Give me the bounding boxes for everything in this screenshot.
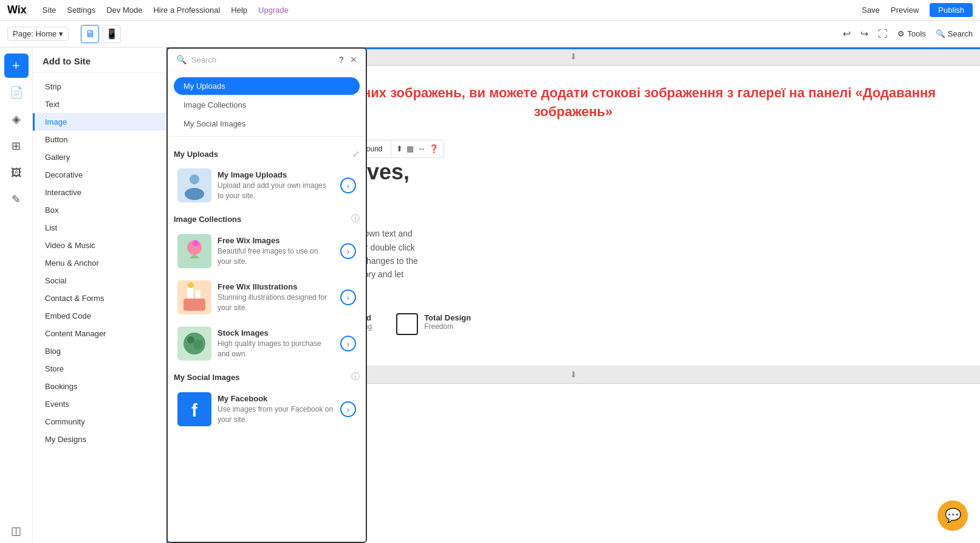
- svg-point-14: [193, 340, 203, 350]
- free-wix-illustrations-name: Free Wix Illustrations: [218, 282, 334, 291]
- add-item-bookings[interactable]: Bookings: [33, 378, 166, 395]
- stock-images-row[interactable]: Stock Images High quality images to purc…: [174, 322, 360, 365]
- tools-button[interactable]: ⚙ Tools: [897, 29, 925, 38]
- add-item-community[interactable]: Community: [33, 413, 166, 431]
- resize-icon[interactable]: ↔: [417, 144, 425, 153]
- free-wix-illustrations-desc: Stunning illustrations designed for your…: [218, 292, 334, 313]
- add-item-events[interactable]: Events: [33, 395, 166, 413]
- tab-my-uploads[interactable]: My Uploads: [174, 77, 360, 95]
- my-social-info-icon[interactable]: ⓘ: [351, 372, 360, 382]
- add-item-contact-forms[interactable]: Contact & Forms: [33, 289, 166, 307]
- add-item-video-music[interactable]: Video & Music: [33, 237, 166, 254]
- view-toggle: 🖥 📱: [81, 25, 121, 43]
- fullscreen-icon[interactable]: ⛶: [878, 29, 888, 40]
- add-item-image[interactable]: Image: [33, 113, 166, 131]
- svg-point-13: [187, 336, 194, 344]
- svg-rect-10: [196, 290, 200, 299]
- free-wix-illustrations-arrow[interactable]: ›: [340, 289, 356, 305]
- redo-icon[interactable]: ↪: [860, 28, 868, 40]
- add-item-social[interactable]: Social: [33, 272, 166, 289]
- nav-hire[interactable]: Hire a Professional: [153, 5, 220, 15]
- nav-site[interactable]: Site: [43, 5, 56, 15]
- my-facebook-desc: Use images from your Facebook on your si…: [218, 404, 334, 425]
- image-collections-title: Image Collections: [174, 215, 241, 224]
- nav-settings[interactable]: Settings: [67, 5, 95, 15]
- stock-images-arrow[interactable]: ›: [340, 336, 356, 351]
- undo-icon[interactable]: ↩: [843, 28, 851, 40]
- image-panel-actions: ? ✕: [338, 55, 357, 64]
- mobile-view-icon[interactable]: 📱: [103, 25, 121, 43]
- layout-icon[interactable]: ▦: [406, 144, 414, 153]
- free-wix-images-row[interactable]: Free Wix Images Beautiful free images to…: [174, 229, 360, 273]
- add-item-strip[interactable]: Strip: [33, 78, 166, 95]
- add-item-store[interactable]: Store: [33, 360, 166, 378]
- add-item-embed-code[interactable]: Embed Code: [33, 307, 166, 325]
- help-circle-icon[interactable]: ❓: [429, 144, 439, 153]
- sidebar-design-btn[interactable]: ◈: [4, 107, 29, 131]
- chat-button[interactable]: 💬: [937, 500, 968, 531]
- my-image-uploads-arrow[interactable]: ›: [340, 178, 356, 193]
- publish-button[interactable]: Publish: [930, 3, 973, 17]
- tab-my-social-images[interactable]: My Social Images: [174, 115, 360, 133]
- sidebar-brush-btn[interactable]: ✎: [4, 187, 29, 212]
- search-icon: 🔍: [176, 55, 187, 64]
- free-wix-images-info: Free Wix Images Beautiful free images to…: [218, 236, 334, 267]
- add-item-menu-anchor[interactable]: Menu & Anchor: [33, 254, 166, 272]
- add-item-decorative[interactable]: Decorative: [33, 166, 166, 184]
- top-navigation: Wix Site Settings Dev Mode Hire a Profes…: [0, 0, 980, 21]
- add-item-interactive[interactable]: Interactive: [33, 184, 166, 201]
- my-uploads-title: My Uploads: [174, 150, 218, 159]
- free-wix-illustrations-row[interactable]: Free Wix Illustrations Stunning illustra…: [174, 275, 360, 319]
- main-layout: + 📄 ◈ ⊞ 🖼 ✎ ◫ Add to Site Strip Text Ima…: [0, 47, 980, 543]
- nav-upgrade[interactable]: Upgrade: [258, 5, 289, 15]
- add-item-list[interactable]: List: [33, 219, 166, 237]
- my-uploads-section-header: My Uploads ⤢: [174, 149, 360, 159]
- preview-button[interactable]: Preview: [891, 5, 919, 15]
- add-item-my-designs[interactable]: My Designs: [33, 431, 166, 448]
- tools-icon: ⚙: [897, 29, 905, 38]
- search-placeholder[interactable]: Search: [191, 55, 216, 64]
- add-panel-title: Add to Site: [33, 47, 166, 73]
- add-item-blog[interactable]: Blog: [33, 342, 166, 360]
- my-facebook-row[interactable]: f My Facebook Use images from your Faceb…: [174, 387, 360, 431]
- sidebar-add-btn[interactable]: +: [4, 54, 29, 78]
- move-up-icon[interactable]: ⬆: [396, 144, 403, 153]
- sidebar-pages-btn[interactable]: 📄: [4, 80, 29, 105]
- feature-total-design: ✏ Total Design Freedom: [396, 313, 471, 335]
- expand-icon[interactable]: ⤢: [352, 149, 360, 159]
- sidebar-layers-btn[interactable]: ◫: [4, 519, 29, 543]
- sidebar-apps-btn[interactable]: ⊞: [4, 134, 29, 158]
- help-icon[interactable]: ?: [338, 55, 344, 64]
- image-panel-tabs: My Uploads Image Collections My Social I…: [168, 71, 366, 137]
- my-image-uploads-row[interactable]: My Image Uploads Upload and add your own…: [174, 164, 360, 207]
- image-collections-info-icon[interactable]: ⓘ: [351, 213, 360, 224]
- nav-devmode[interactable]: Dev Mode: [106, 5, 142, 15]
- second-navigation: Page: Home ▾ 🖥 📱 ↩ ↪ ⛶ ⚙ Tools 🔍 Search: [0, 21, 980, 47]
- add-item-box[interactable]: Box: [33, 201, 166, 219]
- desktop-view-icon[interactable]: 🖥: [81, 25, 99, 43]
- scroll-down-bottom-icon: ⬇: [570, 370, 577, 379]
- page-selector[interactable]: Page: Home ▾: [7, 27, 69, 41]
- stock-images-desc: High quality images to purchase and own.: [218, 339, 334, 359]
- sidebar-media-btn[interactable]: 🖼: [4, 161, 29, 185]
- search-button[interactable]: 🔍 Search: [936, 29, 973, 38]
- add-to-site-panel: Add to Site Strip Text Image Button Gall…: [33, 47, 166, 543]
- my-image-uploads-name: My Image Uploads: [218, 170, 334, 179]
- save-button[interactable]: Save: [862, 5, 880, 15]
- my-facebook-arrow[interactable]: ›: [340, 401, 356, 417]
- my-social-images-title: My Social Images: [174, 373, 239, 382]
- add-item-content-manager[interactable]: Content Manager: [33, 325, 166, 342]
- add-item-text[interactable]: Text: [33, 95, 166, 113]
- nav-help[interactable]: Help: [231, 5, 247, 15]
- svg-rect-8: [187, 286, 193, 299]
- add-item-button[interactable]: Button: [33, 131, 166, 148]
- tab-image-collections[interactable]: Image Collections: [174, 96, 360, 114]
- wix-logo: Wix: [7, 4, 27, 16]
- tools-label: Tools: [907, 29, 925, 38]
- svg-point-5: [193, 240, 199, 246]
- svg-point-1: [190, 175, 199, 184]
- add-item-gallery[interactable]: Gallery: [33, 148, 166, 166]
- free-wix-images-arrow[interactable]: ›: [340, 243, 356, 259]
- close-icon[interactable]: ✕: [350, 55, 357, 64]
- search-label: Search: [948, 29, 973, 38]
